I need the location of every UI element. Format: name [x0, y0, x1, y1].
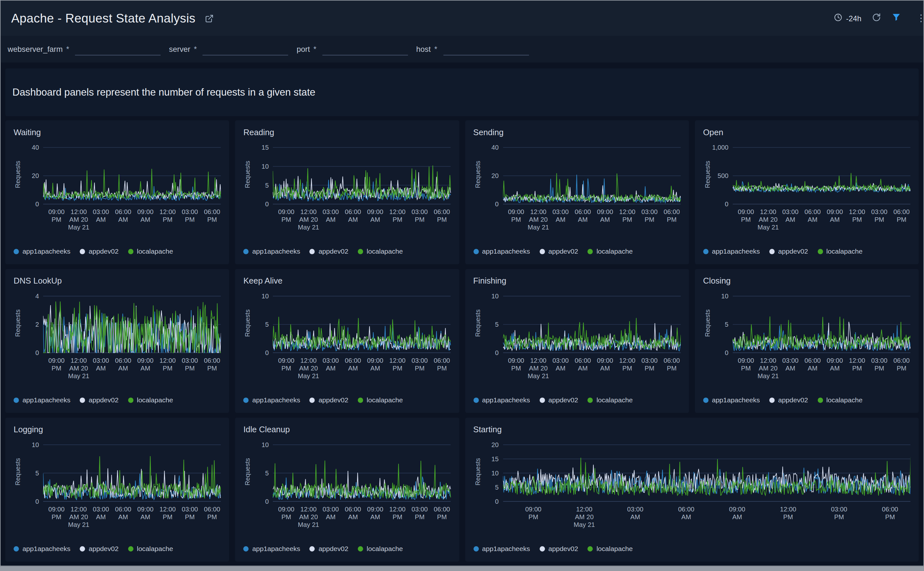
filter-input[interactable] — [75, 43, 161, 56]
legend-label: localapache — [137, 397, 173, 404]
legend-item-appdev02[interactable]: appdev02 — [769, 248, 808, 255]
refresh-icon[interactable] — [872, 12, 881, 24]
legend-item-appdev02[interactable]: appdev02 — [539, 545, 578, 552]
legend-item-appdev02[interactable]: appdev02 — [539, 248, 578, 255]
y-tick-label: 20 — [32, 172, 39, 179]
x-tick-label: 06:00 AM — [575, 357, 591, 372]
legend-dot — [769, 248, 774, 254]
legend-item-app1apacheeks[interactable]: app1apacheeks — [703, 397, 760, 404]
legend-item-app1apacheeks[interactable]: app1apacheeks — [243, 248, 300, 255]
requests-axis-label: Requests — [243, 293, 252, 354]
line-chart[interactable] — [43, 144, 221, 205]
legend-item-localapache[interactable]: localapache — [588, 397, 633, 404]
y-axis-ticks: 0510 — [252, 441, 273, 503]
filter-icon[interactable] — [891, 12, 901, 24]
legend-item-appdev02[interactable]: appdev02 — [310, 248, 348, 255]
chart-panel-reading: Reading Requests 051015 09:00 PM12:00 AM… — [235, 120, 459, 264]
legend-item-app1apacheeks[interactable]: app1apacheeks — [473, 248, 530, 255]
kebab-menu-icon[interactable]: ⋮ — [916, 14, 924, 23]
time-range-control[interactable]: -24h — [834, 12, 862, 24]
legend-item-app1apacheeks[interactable]: app1apacheeks — [703, 248, 760, 255]
legend-dot — [358, 397, 363, 402]
filter-label: webserver_farm — [8, 45, 63, 53]
x-tick-label: 03:00 AM — [553, 357, 569, 372]
legend-item-localapache[interactable]: localapache — [588, 248, 633, 255]
legend: app1apacheeksappdev02localapache — [243, 245, 451, 257]
legend-item-localapache[interactable]: localapache — [128, 248, 173, 255]
x-tick-label: 09:00 PM — [508, 208, 524, 224]
x-tick-label: 03:00 PM — [412, 208, 427, 224]
filter-input[interactable] — [203, 43, 288, 56]
chart-area: Requests 0510 09:00 PM12:00 AM 20 May 21… — [243, 293, 451, 382]
line-chart[interactable] — [43, 441, 221, 503]
legend-dot — [588, 546, 593, 551]
line-chart[interactable] — [503, 441, 910, 503]
legend-item-appdev02[interactable]: appdev02 — [539, 397, 578, 404]
x-tick-label: 03:00 PM — [871, 208, 887, 224]
legend-item-app1apacheeks[interactable]: app1apacheeks — [243, 545, 300, 552]
filter-input[interactable] — [322, 43, 408, 56]
legend-item-app1apacheeks[interactable]: app1apacheeks — [14, 248, 70, 255]
legend-item-localapache[interactable]: localapache — [358, 545, 403, 552]
x-tick-label: 12:00 PM — [849, 357, 865, 372]
panel-title: Sending — [473, 128, 681, 137]
x-tick-label: 03:00 AM — [93, 357, 109, 372]
legend-label: appdev02 — [88, 545, 119, 552]
x-tick-label: 12:00 AM 20 May 21 — [528, 208, 549, 231]
line-chart[interactable] — [273, 441, 451, 503]
x-tick-label: 03:00 PM — [182, 208, 198, 224]
legend-item-appdev02[interactable]: appdev02 — [769, 397, 808, 404]
y-tick-label: 5 — [265, 182, 269, 188]
share-icon[interactable] — [205, 14, 214, 23]
x-tick-label: 12:00 AM 20 May 21 — [298, 506, 319, 528]
legend-item-appdev02[interactable]: appdev02 — [80, 248, 119, 255]
legend-dot — [310, 397, 315, 402]
legend-item-localapache[interactable]: localapache — [128, 545, 173, 552]
line-chart[interactable] — [43, 293, 221, 354]
chart-panel-idle-cleanup: Idle Cleanup Requests 0510 09:00 PM12:00… — [235, 417, 459, 561]
legend-item-localapache[interactable]: localapache — [817, 248, 862, 255]
legend-item-app1apacheeks[interactable]: app1apacheeks — [14, 545, 70, 552]
legend-label: app1apacheeks — [712, 397, 760, 404]
line-chart[interactable] — [273, 144, 451, 205]
time-range-label: -24h — [846, 14, 862, 23]
legend-item-appdev02[interactable]: appdev02 — [80, 397, 119, 404]
legend-label: localapache — [367, 248, 403, 255]
line-chart[interactable] — [733, 293, 910, 354]
y-tick-label: 5 — [725, 321, 729, 328]
line-chart[interactable] — [733, 144, 910, 205]
legend: app1apacheeksappdev02localapache — [473, 543, 910, 555]
legend-item-localapache[interactable]: localapache — [588, 545, 633, 552]
chart-area: Requests 05001,000 09:00 PM12:00 AM 20 M… — [703, 144, 910, 233]
legend-item-appdev02[interactable]: appdev02 — [310, 397, 348, 404]
x-tick-label: 06:00 PM — [204, 506, 220, 521]
y-tick-label: 0 — [36, 498, 39, 505]
y-tick-label: 10 — [262, 441, 269, 448]
legend-label: localapache — [596, 545, 633, 552]
filter-input[interactable] — [443, 43, 529, 56]
legend-item-app1apacheeks[interactable]: app1apacheeks — [14, 397, 70, 404]
line-chart[interactable] — [273, 293, 451, 354]
y-tick-label: 10 — [491, 293, 498, 300]
legend-item-app1apacheeks[interactable]: app1apacheeks — [243, 397, 300, 404]
legend-item-app1apacheeks[interactable]: app1apacheeks — [473, 545, 530, 552]
legend-item-app1apacheeks[interactable]: app1apacheeks — [473, 397, 530, 404]
legend-item-localapache[interactable]: localapache — [358, 397, 403, 404]
x-axis-ticks: 09:00 PM12:00 AM 20 May 2103:00 AM06:00 … — [503, 207, 681, 233]
line-chart[interactable] — [503, 144, 681, 205]
legend-item-appdev02[interactable]: appdev02 — [80, 545, 119, 552]
y-tick-label: 10 — [721, 293, 729, 300]
line-chart[interactable] — [503, 293, 681, 354]
x-tick-label: 09:00 AM — [137, 208, 153, 224]
legend-item-localapache[interactable]: localapache — [128, 397, 173, 404]
x-axis-ticks: 09:00 PM12:00 AM 20 May 2103:00 AM06:00 … — [733, 207, 910, 233]
legend-item-localapache[interactable]: localapache — [817, 397, 862, 404]
legend-label: app1apacheeks — [23, 248, 71, 255]
x-tick-label: 09:00 PM — [278, 506, 294, 521]
legend-item-appdev02[interactable]: appdev02 — [310, 545, 348, 552]
x-tick-label: 06:00 AM — [345, 506, 361, 521]
x-tick-label: 03:00 AM — [322, 208, 339, 224]
legend-item-localapache[interactable]: localapache — [358, 248, 403, 255]
legend: app1apacheeksappdev02localapache — [473, 394, 681, 406]
filter-required-asterisk: * — [313, 45, 316, 53]
